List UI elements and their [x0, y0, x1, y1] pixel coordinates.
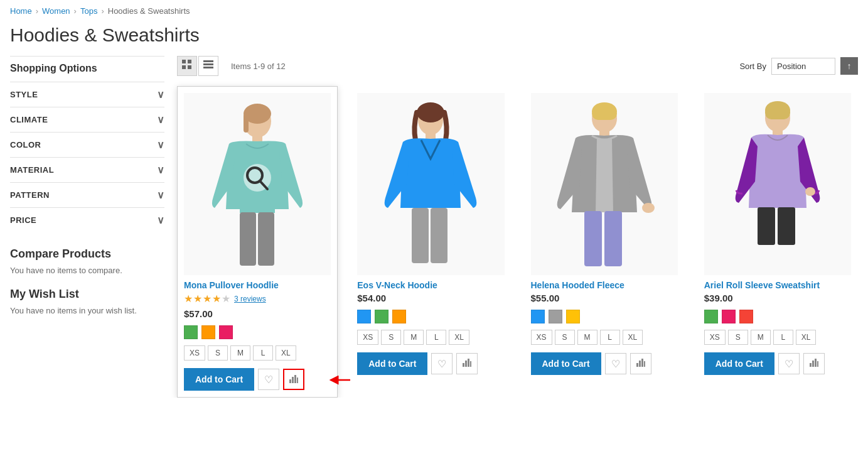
filter-climate[interactable]: CLIMATE ∨ [10, 107, 164, 132]
breadcrumb-women[interactable]: Women [42, 6, 70, 16]
svg-rect-44 [765, 106, 790, 119]
compare-text: You have no items to compare. [10, 266, 164, 275]
color-swatches-3 [531, 310, 678, 323]
product-name-1[interactable]: Mona Pullover Hoodlie [184, 280, 331, 290]
svg-rect-38 [636, 363, 638, 367]
svg-rect-52 [817, 361, 818, 367]
size-s-2[interactable]: S [381, 330, 401, 345]
product-name-2[interactable]: Eos V-Neck Hoodie [357, 280, 504, 290]
breadcrumb: Home › Women › Tops › Hoodies & Sweatshi… [0, 0, 868, 22]
size-xs-3[interactable]: XS [531, 330, 552, 345]
size-xl-2[interactable]: XL [449, 330, 469, 345]
sort-select[interactable]: Position Product Name Price [771, 58, 835, 75]
filter-style[interactable]: STYLE ∨ [10, 82, 164, 107]
compare-button-1[interactable] [283, 369, 304, 390]
sort-asc-icon: ↑ [847, 61, 852, 71]
size-s-4[interactable]: S [728, 330, 748, 345]
wishlist-button-3[interactable]: ♡ [605, 353, 626, 374]
product-image-svg-1 [195, 96, 320, 272]
chevron-down-style-icon: ∨ [157, 89, 165, 100]
size-l-1[interactable]: L [253, 345, 273, 361]
color-swatch-3-gray[interactable] [549, 310, 562, 323]
svg-rect-3 [188, 65, 191, 69]
color-swatch-1-orange[interactable] [201, 325, 215, 339]
size-m-1[interactable]: M [230, 345, 250, 361]
product-image-wrap-1[interactable] [184, 93, 331, 275]
size-m-3[interactable]: M [577, 330, 597, 345]
size-s-1[interactable]: S [208, 345, 228, 361]
add-to-cart-button-3[interactable]: Add to Cart [531, 352, 601, 375]
svg-rect-6 [203, 67, 213, 68]
compare-button-3[interactable] [630, 353, 651, 374]
color-swatch-4-red[interactable] [739, 310, 753, 323]
size-xs-1[interactable]: XS [184, 345, 205, 361]
filter-pattern[interactable]: PATTERN ∨ [10, 182, 164, 207]
wishlist-button-4[interactable]: ♡ [778, 353, 800, 374]
card-actions-2: Add to Cart ♡ [357, 352, 504, 375]
product-image-wrap-3[interactable] [531, 93, 678, 275]
compare-button-4[interactable] [803, 353, 825, 374]
filter-material[interactable]: MATERIAL ∨ [10, 157, 164, 182]
compare-button-2[interactable] [456, 353, 478, 374]
add-to-cart-button-2[interactable]: Add to Cart [357, 352, 427, 375]
size-xl-1[interactable]: XL [276, 345, 296, 361]
product-price-3: $55.00 [531, 293, 678, 303]
color-swatch-3-yellow[interactable] [566, 310, 580, 323]
size-l-4[interactable]: L [773, 330, 793, 345]
product-stars-1: ★ ★ ★ ★ ★ 3 reviews [184, 293, 331, 305]
compare-bar-icon-1 [289, 374, 298, 385]
filter-color[interactable]: COLOR ∨ [10, 132, 164, 157]
list-view-button[interactable] [198, 56, 218, 76]
svg-rect-25 [431, 208, 447, 263]
add-to-cart-button-4[interactable]: Add to Cart [704, 352, 774, 375]
size-s-3[interactable]: S [555, 330, 575, 345]
star-1-2: ★ [193, 293, 202, 305]
product-name-3[interactable]: Helena Hooded Fleece [531, 280, 678, 290]
svg-rect-24 [412, 208, 429, 263]
svg-rect-50 [812, 361, 814, 367]
main-content: Items 1-9 of 12 Sort By Position Product… [177, 56, 858, 398]
breadcrumb-sep-1: › [36, 6, 38, 16]
product-image-svg-4 [715, 96, 840, 272]
size-m-2[interactable]: M [404, 330, 424, 345]
breadcrumb-home[interactable]: Home [10, 6, 32, 16]
size-l-2[interactable]: L [426, 330, 446, 345]
product-image-wrap-4[interactable] [704, 93, 851, 275]
chevron-down-color-icon: ∨ [157, 139, 165, 151]
color-swatch-3-blue[interactable] [531, 310, 545, 323]
svg-rect-47 [778, 207, 795, 245]
sort-label: Sort By [739, 62, 766, 71]
color-swatch-2-orange[interactable] [392, 310, 406, 323]
filter-price[interactable]: PRICE ∨ [10, 207, 164, 232]
color-swatch-4-green[interactable] [704, 310, 718, 323]
grid-view-button[interactable] [177, 56, 197, 76]
size-xs-2[interactable]: XS [357, 330, 378, 345]
breadcrumb-tops[interactable]: Tops [80, 6, 97, 16]
product-name-4[interactable]: Ariel Roll Sleeve Sweatshirt [704, 280, 851, 290]
color-swatch-2-blue[interactable] [357, 310, 371, 323]
size-l-3[interactable]: L [600, 330, 620, 345]
svg-rect-5 [203, 63, 213, 65]
color-swatch-1-pink[interactable] [219, 325, 233, 339]
size-xl-3[interactable]: XL [623, 330, 643, 345]
sort-asc-button[interactable]: ↑ [840, 57, 858, 75]
card-actions-4: Add to Cart ♡ [704, 352, 851, 375]
filter-pattern-label: PATTERN [10, 190, 50, 200]
add-to-cart-button-1[interactable]: Add to Cart [184, 368, 254, 391]
color-swatch-2-green[interactable] [375, 310, 388, 323]
heart-icon-1: ♡ [264, 374, 273, 386]
product-image-wrap-2[interactable] [357, 93, 504, 275]
wishlist-button-1[interactable]: ♡ [258, 369, 279, 390]
size-xl-4[interactable]: XL [796, 330, 817, 345]
reviews-link-1[interactable]: 3 reviews [234, 295, 266, 303]
product-price-1: $57.00 [184, 308, 331, 319]
breadcrumb-current: Hoodies & Sweatshirts [108, 6, 190, 16]
color-swatch-4-pink[interactable] [722, 310, 736, 323]
color-swatch-1-green[interactable] [184, 325, 198, 339]
size-m-4[interactable]: M [751, 330, 771, 345]
color-swatches-2 [357, 310, 504, 323]
wishlist-button-2[interactable]: ♡ [431, 353, 453, 374]
size-xs-4[interactable]: XS [704, 330, 726, 345]
compare-bar-icon-4 [810, 358, 818, 369]
svg-rect-41 [644, 361, 645, 367]
